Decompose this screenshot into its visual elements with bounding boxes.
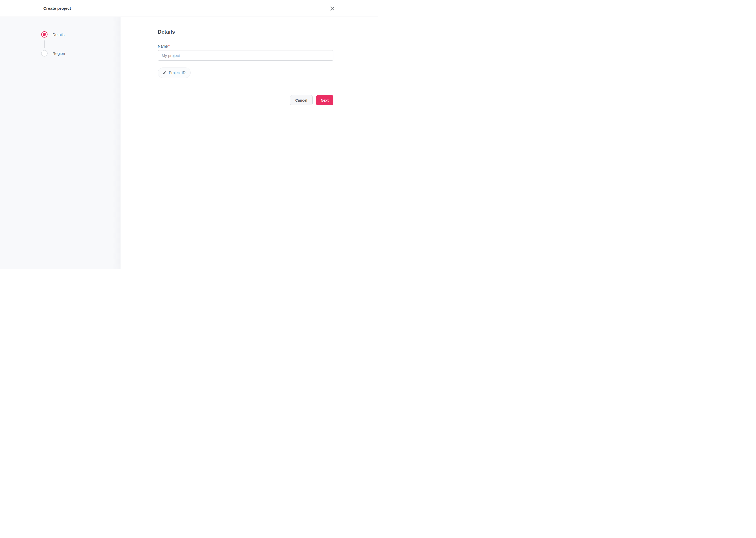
- close-button[interactable]: [328, 5, 336, 12]
- stepper-sidebar: Details Region: [0, 17, 120, 269]
- radio-selected-icon: [41, 31, 48, 37]
- name-label-text: Name: [158, 44, 168, 48]
- dialog-title: Create project: [43, 6, 71, 11]
- close-icon: [330, 7, 334, 11]
- stepper-item-label: Details: [53, 32, 65, 37]
- radio-dot: [43, 33, 46, 36]
- name-label: Name*: [158, 44, 169, 48]
- radio-unselected-icon: [41, 50, 48, 56]
- stepper-item-details[interactable]: Details: [41, 31, 65, 37]
- project-name-input[interactable]: [158, 50, 333, 61]
- create-project-dialog: Create project Details Region Details Na…: [0, 0, 378, 269]
- pencil-icon: [163, 71, 166, 75]
- stepper-connector: [44, 40, 45, 48]
- section-heading: Details: [158, 29, 175, 35]
- dialog-header: Create project: [0, 0, 378, 17]
- next-button[interactable]: Next: [316, 95, 333, 105]
- stepper-item-label: Region: [53, 51, 65, 56]
- cancel-button[interactable]: Cancel: [290, 95, 313, 105]
- project-id-button-label: Project ID: [169, 71, 186, 75]
- required-asterisk: *: [168, 44, 170, 48]
- stepper-item-region[interactable]: Region: [41, 50, 65, 56]
- project-id-button[interactable]: Project ID: [158, 68, 191, 78]
- footer-actions: Cancel Next: [290, 95, 333, 105]
- details-panel: Details Name* Project ID Cancel Next: [158, 17, 333, 127]
